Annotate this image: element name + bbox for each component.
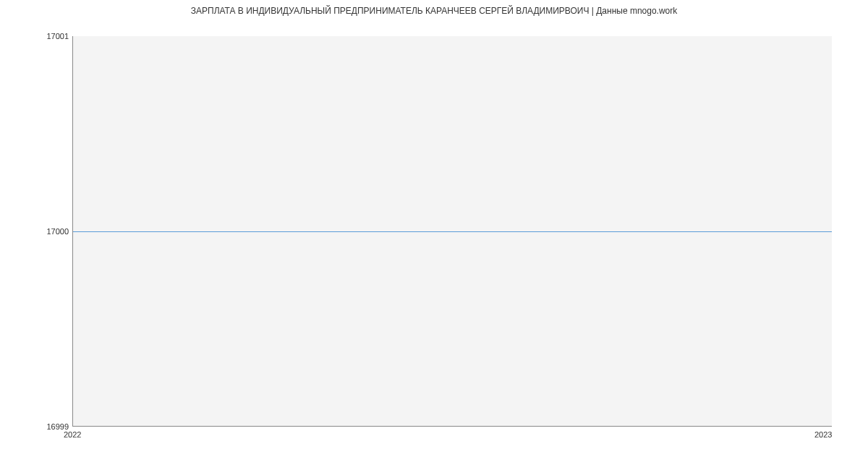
y-tick-label: 17001 — [33, 32, 69, 40]
data-series-line — [73, 231, 832, 232]
y-tick-label: 17000 — [33, 227, 69, 236]
chart-title: ЗАРПЛАТА В ИНДИВИДУАЛЬНЫЙ ПРЕДПРИНИМАТЕЛ… — [0, 6, 868, 16]
x-tick-label: 2023 — [814, 430, 832, 439]
plot-area — [72, 36, 832, 427]
x-tick-label: 2022 — [64, 430, 81, 439]
